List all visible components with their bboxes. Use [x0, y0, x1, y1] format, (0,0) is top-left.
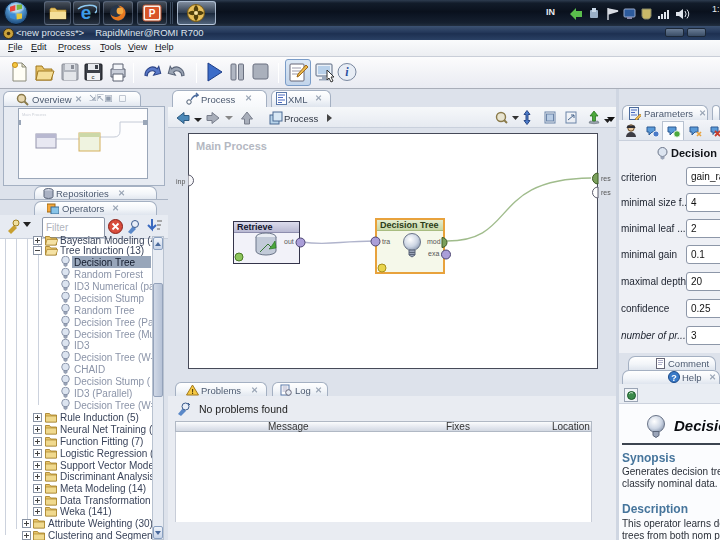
svg-text:c: c — [92, 74, 95, 80]
svg-text:!: ! — [191, 387, 194, 396]
svg-text:?: ? — [671, 373, 677, 383]
svg-text:P: P — [149, 8, 156, 19]
svg-text:Main Process: Main Process — [22, 112, 46, 117]
